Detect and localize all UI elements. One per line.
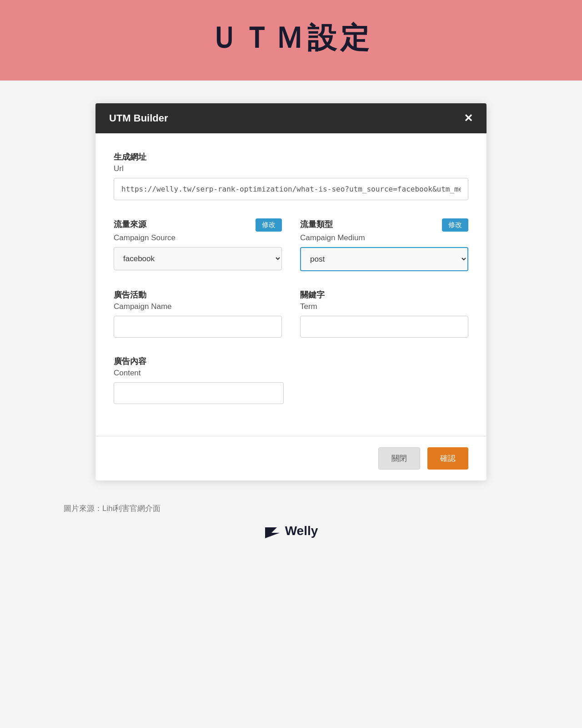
modal-close-button[interactable]: ✕ xyxy=(464,113,473,124)
modal-header: UTM Builder ✕ xyxy=(95,103,487,133)
modal-body: 生成網址 Url 流量來源 修改 Campaign Source faceboo… xyxy=(95,133,487,436)
name-term-row: 廣告活動 Campaign Name 關鍵字 Term xyxy=(114,289,468,338)
campaign-medium-header: 流量類型 修改 xyxy=(300,218,468,232)
campaign-source-header: 流量來源 修改 xyxy=(114,218,282,232)
campaign-medium-modify-button[interactable]: 修改 xyxy=(442,218,468,232)
welly-logo-icon xyxy=(264,523,281,539)
term-input[interactable] xyxy=(300,316,468,338)
confirm-button[interactable]: 確認 xyxy=(427,447,468,470)
main-content: UTM Builder ✕ 生成網址 Url 流量來源 修改 Campaign … xyxy=(0,81,582,728)
campaign-source-modify-button[interactable]: 修改 xyxy=(256,218,282,232)
svg-marker-0 xyxy=(265,527,280,538)
url-section-label-zh: 生成網址 xyxy=(114,152,468,162)
close-modal-button[interactable]: 關閉 xyxy=(378,447,420,470)
content-section: 廣告內容 Content xyxy=(114,356,468,404)
campaign-medium-label-en: Campaign Medium xyxy=(300,233,468,243)
page-title: ＵＴＭ設定 xyxy=(0,18,582,58)
campaign-source-group: 流量來源 修改 Campaign Source facebook google … xyxy=(114,218,282,271)
url-input[interactable] xyxy=(114,178,468,200)
modal-title: UTM Builder xyxy=(109,112,168,124)
term-label-zh: 關鍵字 xyxy=(300,289,468,300)
term-label-en: Term xyxy=(300,302,468,311)
content-label-zh: 廣告內容 xyxy=(114,356,468,367)
term-group: 關鍵字 Term xyxy=(300,289,468,338)
campaign-medium-label-zh: 流量類型 xyxy=(300,219,333,230)
source-medium-row: 流量來源 修改 Campaign Source facebook google … xyxy=(114,218,468,271)
footer-area: 圖片來源：Lihi利害官網介面 Welly xyxy=(0,480,582,557)
campaign-name-group: 廣告活動 Campaign Name xyxy=(114,289,282,338)
page-header: ＵＴＭ設定 xyxy=(0,0,582,81)
campaign-source-label-zh: 流量來源 xyxy=(114,219,146,230)
url-section: 生成網址 Url xyxy=(114,152,468,200)
campaign-medium-group: 流量類型 修改 Campaign Medium post cpc email b… xyxy=(300,218,468,271)
campaign-name-label-en: Campaign Name xyxy=(114,302,282,311)
campaign-name-input[interactable] xyxy=(114,316,282,338)
brand-name: Welly xyxy=(285,524,318,538)
campaign-name-label-zh: 廣告活動 xyxy=(114,289,282,300)
welly-brand: Welly xyxy=(264,523,318,539)
campaign-source-select[interactable]: facebook google twitter instagram email xyxy=(114,247,282,270)
content-input[interactable] xyxy=(114,382,284,404)
url-field-label: Url xyxy=(114,164,468,173)
campaign-source-label-en: Campaign Source xyxy=(114,233,282,243)
image-source-text: 圖片來源：Lihi利害官網介面 xyxy=(64,503,161,514)
utm-builder-modal: UTM Builder ✕ 生成網址 Url 流量來源 修改 Campaign … xyxy=(95,103,487,480)
content-label-en: Content xyxy=(114,369,468,378)
campaign-medium-select[interactable]: post cpc email banner social xyxy=(300,247,468,271)
modal-footer: 關閉 確認 xyxy=(95,436,487,480)
